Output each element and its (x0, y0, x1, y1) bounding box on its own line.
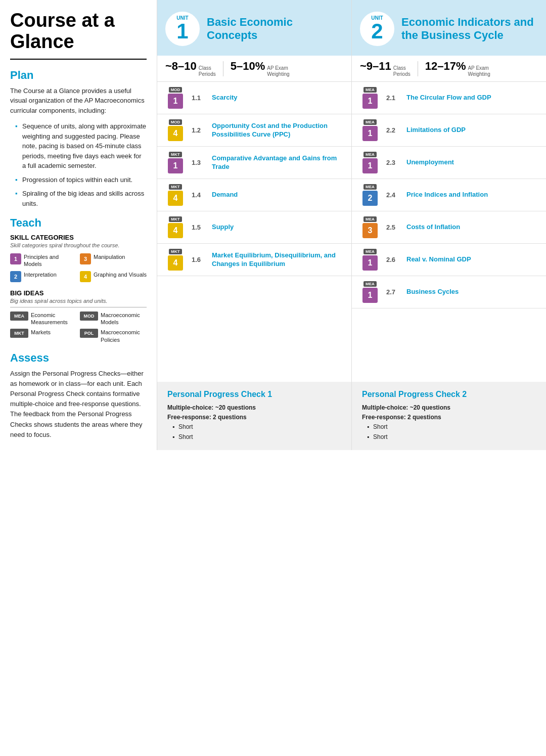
topic-id-2-5: 2.5 (386, 224, 400, 231)
topic-type-2-6: MEA (363, 249, 377, 254)
topic-id-1-5: 1.5 (192, 224, 206, 231)
progress-check-2-fr: Free-response: 2 questions (362, 414, 441, 421)
big-idea-mea: MEA Economic Measurements (10, 312, 77, 326)
unit1-circle: UNIT 1 (165, 12, 200, 46)
teach-heading: Teach (10, 216, 147, 230)
plan-body: The Course at a Glance provides a useful… (10, 86, 147, 116)
unit1-topics: MOD 1 1.1 Scarcity MOD 4 1.2 Opportuni (157, 82, 351, 382)
topic-badge-2-3: MEA 1 (360, 152, 380, 173)
topic-id-1-4: 1.4 (192, 191, 206, 199)
topic-badge-2-7: MEA 1 (360, 281, 380, 303)
topic-badge-1-2: MOD 4 (165, 119, 186, 141)
pol-label: Macroeconomic Policies (101, 329, 147, 343)
progress-check-2-title: Personal Progress Check 2 (362, 390, 536, 399)
topic-badge-2-6: MEA 1 (360, 249, 380, 271)
topic-badge-1-6: MKT 4 (165, 249, 186, 271)
topic-title-2-6: Real v. Nominal GDP (406, 255, 471, 264)
topic-title-1-4: Demand (212, 191, 238, 199)
progress-check-1-fr: Free-response: 2 questions (167, 414, 247, 421)
topic-num-2-5: 3 (362, 223, 378, 238)
unit1-class-periods: ~8–10 ClassPeriods (165, 60, 216, 77)
topic-id-2-2: 2.2 (386, 126, 400, 134)
unit1-class-periods-label: ClassPeriods (199, 65, 216, 77)
topic-row-2-1: MEA 1 2.1 The Circular Flow and GDP (352, 82, 546, 114)
unit1-ap-exam-label: AP ExamWeighting (267, 65, 289, 77)
unit2-title: Economic Indicators and the Business Cyc… (401, 16, 538, 42)
unit1-header: UNIT 1 Basic Economic Concepts (157, 0, 351, 56)
topic-badge-2-4: MEA 2 (360, 184, 380, 206)
topic-row-1-6: MKT 4 1.6 Market Equilibrium, Disequilib… (157, 244, 351, 276)
assess-heading: Assess (10, 351, 147, 365)
progress-bullet-2-1: Short (367, 422, 536, 432)
mkt-label: Markets (31, 329, 51, 336)
topic-badge-1-4: MKT 4 (165, 184, 186, 206)
pol-badge: POL (80, 329, 98, 338)
progress-bullet-1-2: Short (172, 432, 341, 442)
topic-id-2-7: 2.7 (386, 288, 400, 296)
topic-row-2-4: MEA 2 2.4 Price Indices and Inflation (352, 179, 546, 211)
topic-num-1-1: 1 (168, 94, 183, 109)
progress-bullet-1-1: Short (172, 422, 341, 432)
topic-type-2-2: MEA (363, 119, 377, 125)
topic-type-1-3: MKT (169, 152, 181, 157)
unit2-ap-exam-label: AP ExamWeighting (468, 65, 490, 77)
topic-num-1-4: 4 (168, 191, 183, 206)
topic-type-2-7: MEA (363, 281, 377, 287)
skill-item-4: 4 Graphing and Visuals (80, 271, 147, 282)
progress-check-1-bullets: Short Short (167, 422, 341, 441)
unit2-ap-exam-number: 12–17% (425, 60, 466, 73)
topic-id-2-1: 2.1 (386, 94, 400, 102)
progress-check-2: Personal Progress Check 2 Multiple-choic… (351, 382, 546, 450)
topic-num-2-4: 2 (362, 191, 378, 206)
topic-badge-1-5: MKT 4 (165, 216, 186, 238)
unit2-stats: ~9–11 ClassPeriods 12–17% AP ExamWeighti… (352, 56, 546, 82)
skill-badge-3: 3 (80, 253, 91, 264)
mea-badge: MEA (10, 312, 28, 321)
topic-type-2-5: MEA (363, 216, 377, 222)
progress-bullet-2-2: Short (367, 432, 536, 442)
skill-item-2: 2 Interpretation (10, 271, 77, 282)
topic-id-1-1: 1.1 (192, 94, 206, 102)
topic-id-1-6: 1.6 (192, 256, 206, 263)
unit1-stat-divider (223, 61, 223, 76)
plan-bullet-3: Spiraling of the big ideas and skills ac… (15, 189, 147, 208)
unit1-ap-exam: 5–10% AP ExamWeighting (231, 60, 290, 77)
topic-title-2-2: Limitations of GDP (406, 126, 466, 135)
topic-type-1-6: MKT (169, 249, 181, 254)
sidebar: Course at a Glance Plan The Course at a … (0, 0, 157, 450)
unit2-class-periods: ~9–11 ClassPeriods (360, 60, 411, 77)
topic-row-2-5: MEA 3 2.5 Costs of Inflation (352, 211, 546, 244)
topic-title-1-1: Scarcity (212, 94, 238, 102)
unit2-class-periods-label: ClassPeriods (393, 65, 411, 77)
topic-row-2-6: MEA 1 2.6 Real v. Nominal GDP (352, 244, 546, 276)
skill-badge-4: 4 (80, 271, 91, 282)
topic-num-1-5: 4 (168, 223, 183, 238)
topic-title-1-6: Market Equilibrium, Disequilibrium, and … (212, 251, 343, 269)
progress-check-2-bullets: Short Short (362, 422, 536, 441)
topic-type-1-1: MOD (169, 87, 183, 93)
skill-badge-2: 2 (10, 271, 21, 282)
mod-badge: MOD (80, 312, 98, 321)
skill-grid: 1 Principles and Models 3 Manipulation 2… (10, 253, 147, 282)
topic-num-2-2: 1 (362, 126, 378, 141)
mkt-badge: MKT (10, 329, 28, 338)
progress-check-1-mc: Multiple-choice: ~20 questions (167, 404, 256, 411)
progress-check-1-title: Personal Progress Check 1 (167, 390, 341, 399)
progress-check-2-body: Multiple-choice: ~20 questions Free-resp… (362, 403, 536, 442)
big-ideas-divider (10, 307, 147, 307)
skill-categories-subtitle: Skill categories spiral throughout the c… (10, 242, 147, 248)
topic-title-1-2: Opportunity Cost and the Production Poss… (212, 122, 343, 139)
progress-check-1: Personal Progress Check 1 Multiple-choic… (157, 382, 351, 450)
units-row: UNIT 1 Basic Economic Concepts ~8–10 Cla… (157, 0, 546, 382)
progress-checks-row: Personal Progress Check 1 Multiple-choic… (157, 382, 546, 450)
mod-label: Macroeconomic Models (101, 312, 147, 326)
unit1-title: Basic Economic Concepts (207, 16, 343, 42)
skill-badge-1: 1 (10, 253, 21, 264)
sidebar-divider (10, 59, 147, 60)
unit1-ap-exam-number: 5–10% (231, 60, 265, 73)
progress-check-1-body: Multiple-choice: ~20 questions Free-resp… (167, 403, 341, 442)
unit2-column: UNIT 2 Economic Indicators and the Busin… (351, 0, 546, 382)
unit2-circle: UNIT 2 (360, 12, 394, 46)
skill-label-4: Graphing and Visuals (94, 271, 147, 278)
unit1-stats: ~8–10 ClassPeriods 5–10% AP ExamWeightin… (157, 56, 351, 82)
